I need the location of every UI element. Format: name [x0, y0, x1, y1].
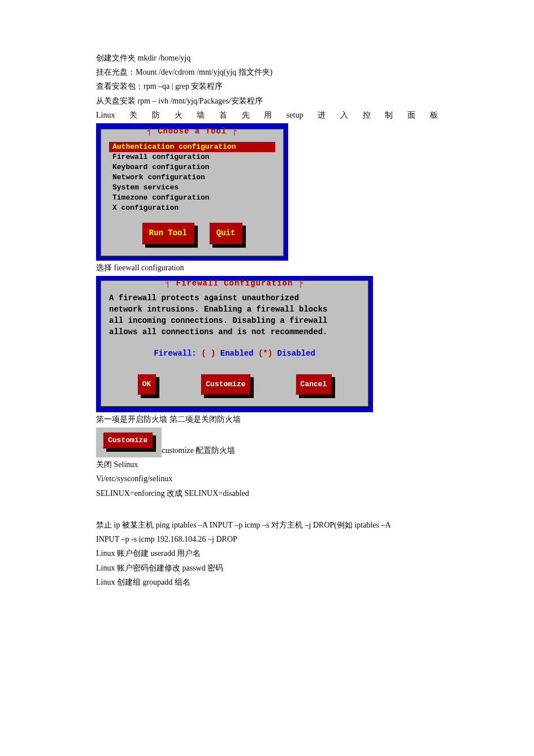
text-line: Linux 创建组 groupadd 组名 [96, 575, 438, 589]
text-line: Vi/etc/sysconfig/selinux [96, 472, 438, 486]
dialog-title: ┤ Choose a Tool ├ [101, 124, 283, 139]
text-line: 关闭 Selinux [96, 457, 438, 472]
text-line-justified: Linux关防 火墙首 先用setup 进入控 制面板 [96, 108, 438, 122]
cancel-button[interactable]: Cancel [296, 374, 332, 395]
customize-button-crop: Customize [96, 427, 162, 457]
firewall-label: Firewall: [154, 349, 201, 358]
text-line: 第一项是开启防火墙 第二项是关闭防火墙 [96, 412, 438, 426]
text-line: 查看安装包：rpm –qa | grep 安装程序 [96, 79, 438, 93]
firewall-config-dialog: ┤ Firewall Configuration ├ A firewall pr… [96, 276, 373, 412]
tool-menu[interactable]: Authentication configuration Firewall co… [109, 142, 275, 213]
radio-enabled-mark[interactable]: ( ) [201, 349, 215, 358]
dialog-title: ┤ Firewall Configuration ├ [101, 277, 368, 291]
text-line: 创建文件夹 mkdir /home/yjq [96, 51, 438, 65]
text-line: INPUT –p -s icmp 192.168.104.26 –j DROP [96, 532, 438, 546]
firewall-description: A firewall protects against unauthorized… [109, 292, 360, 338]
radio-enabled-label: Enabled [215, 349, 258, 358]
ok-button[interactable]: OK [137, 374, 157, 395]
text-line: Linux 账户密码创建修改 passwd 密码 [96, 561, 438, 575]
menu-item-services[interactable]: System services [109, 183, 275, 193]
text-line: 挂在光盘：Mount /dev/cdrom /mnt/yjq(yjq 指文件夹) [96, 65, 438, 79]
firewall-radio-row[interactable]: Firewall: ( ) Enabled (*) Disabled [109, 347, 360, 361]
setup-tool-dialog: ┤ Choose a Tool ├ Authentication configu… [96, 123, 288, 261]
run-tool-button[interactable]: Run Tool [142, 222, 194, 244]
customize-button[interactable]: Customize [201, 374, 250, 395]
menu-item-network[interactable]: Network configuration [109, 172, 275, 183]
radio-disabled-mark[interactable]: (*) [258, 349, 272, 358]
text-inline: customize 配置防火墙 [162, 446, 235, 455]
customize-button[interactable]: Customize [103, 432, 153, 448]
menu-item-x[interactable]: X configuration [109, 203, 275, 213]
text-line: 禁止 ip 被某主机 ping iptables –A INPUT –p icm… [96, 518, 438, 532]
text-line: 选择 fieewall configuration [96, 261, 438, 275]
text-line: Linux 账户创建 useradd 用户名 [96, 546, 438, 560]
menu-item-keyboard[interactable]: Keyboard configuration [109, 162, 275, 172]
menu-item-firewall[interactable]: Firewall configuration [109, 152, 275, 162]
text-line: 从关盘安装 rpm – ivh /mnt/yjq/Packages/安装程序 [96, 94, 438, 108]
menu-item-timezone[interactable]: Timezone configuration [109, 193, 275, 203]
radio-disabled-label: Disabled [272, 349, 315, 358]
menu-item-auth[interactable]: Authentication configuration [109, 142, 275, 152]
quit-button[interactable]: Quit [209, 222, 243, 244]
text-line: SELINUX=enforcing 改成 SELINUX=disabled [96, 486, 438, 500]
